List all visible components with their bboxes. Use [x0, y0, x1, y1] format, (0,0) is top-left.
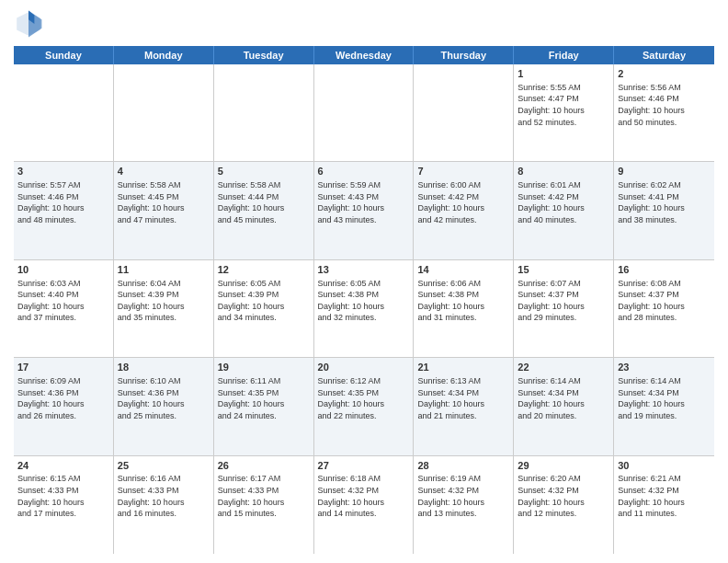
day-info: Sunrise: 6:13 AMSunset: 4:34 PMDaylight:… [417, 375, 509, 421]
day-number: 23 [618, 361, 711, 374]
day-13: 13Sunrise: 6:05 AMSunset: 4:38 PMDayligh… [314, 260, 415, 357]
day-number: 21 [417, 361, 509, 374]
day-6: 6Sunrise: 5:59 AMSunset: 4:43 PMDaylight… [314, 162, 415, 259]
header-day-monday: Monday [114, 46, 214, 64]
week-row-4: 17Sunrise: 6:09 AMSunset: 4:36 PMDayligh… [14, 358, 714, 455]
logo-icon [14, 9, 43, 39]
day-number: 25 [118, 459, 210, 473]
logo [14, 9, 47, 39]
day-number: 4 [118, 165, 210, 178]
day-24: 24Sunrise: 6:15 AMSunset: 4:33 PMDayligh… [14, 456, 114, 554]
day-number: 13 [318, 263, 410, 277]
day-info: Sunrise: 6:05 AMSunset: 4:38 PMDaylight:… [318, 278, 410, 324]
empty-cell [14, 64, 114, 161]
day-number: 17 [17, 361, 109, 374]
day-info: Sunrise: 6:19 AMSunset: 4:32 PMDaylight:… [417, 473, 509, 519]
day-number: 11 [118, 263, 210, 277]
day-number: 6 [318, 165, 410, 178]
header-day-friday: Friday [514, 46, 614, 64]
day-26: 26Sunrise: 6:17 AMSunset: 4:33 PMDayligh… [214, 456, 314, 554]
day-5: 5Sunrise: 5:58 AMSunset: 4:44 PMDaylight… [214, 162, 314, 259]
day-19: 19Sunrise: 6:11 AMSunset: 4:35 PMDayligh… [214, 358, 314, 454]
day-info: Sunrise: 6:06 AMSunset: 4:38 PMDaylight:… [417, 278, 509, 324]
day-number: 8 [518, 165, 609, 178]
day-number: 15 [518, 263, 609, 277]
day-info: Sunrise: 6:14 AMSunset: 4:34 PMDaylight:… [618, 375, 711, 421]
day-12: 12Sunrise: 6:05 AMSunset: 4:39 PMDayligh… [214, 260, 314, 357]
day-info: Sunrise: 5:55 AMSunset: 4:47 PMDaylight:… [518, 82, 609, 128]
day-25: 25Sunrise: 6:16 AMSunset: 4:33 PMDayligh… [114, 456, 214, 554]
empty-cell [314, 64, 415, 161]
day-number: 28 [417, 459, 509, 473]
header [14, 9, 714, 39]
day-2: 2Sunrise: 5:56 AMSunset: 4:46 PMDaylight… [614, 64, 714, 161]
week-row-2: 3Sunrise: 5:57 AMSunset: 4:46 PMDaylight… [14, 162, 714, 259]
day-info: Sunrise: 5:58 AMSunset: 4:45 PMDaylight:… [118, 179, 210, 225]
day-info: Sunrise: 6:08 AMSunset: 4:37 PMDaylight:… [618, 278, 711, 324]
empty-cell [414, 64, 514, 161]
header-day-sunday: Sunday [14, 46, 114, 64]
day-number: 16 [618, 263, 711, 277]
day-7: 7Sunrise: 6:00 AMSunset: 4:42 PMDaylight… [414, 162, 514, 259]
calendar-header: SundayMondayTuesdayWednesdayThursdayFrid… [14, 46, 714, 64]
day-info: Sunrise: 6:02 AMSunset: 4:41 PMDaylight:… [618, 179, 711, 225]
day-4: 4Sunrise: 5:58 AMSunset: 4:45 PMDaylight… [114, 162, 214, 259]
day-number: 1 [518, 67, 609, 81]
day-number: 24 [17, 459, 109, 473]
day-info: Sunrise: 5:56 AMSunset: 4:46 PMDaylight:… [618, 82, 711, 128]
day-27: 27Sunrise: 6:18 AMSunset: 4:32 PMDayligh… [314, 456, 415, 554]
day-info: Sunrise: 6:00 AMSunset: 4:42 PMDaylight:… [417, 179, 509, 225]
day-info: Sunrise: 6:20 AMSunset: 4:32 PMDaylight:… [518, 473, 609, 519]
day-number: 12 [218, 263, 310, 277]
header-day-saturday: Saturday [614, 46, 714, 64]
page: SundayMondayTuesdayWednesdayThursdayFrid… [0, 0, 728, 563]
day-info: Sunrise: 6:03 AMSunset: 4:40 PMDaylight:… [17, 278, 109, 324]
week-row-3: 10Sunrise: 6:03 AMSunset: 4:40 PMDayligh… [14, 260, 714, 358]
day-14: 14Sunrise: 6:06 AMSunset: 4:38 PMDayligh… [414, 260, 514, 357]
week-row-5: 24Sunrise: 6:15 AMSunset: 4:33 PMDayligh… [14, 456, 714, 554]
day-1: 1Sunrise: 5:55 AMSunset: 4:47 PMDaylight… [514, 64, 614, 161]
day-29: 29Sunrise: 6:20 AMSunset: 4:32 PMDayligh… [514, 456, 614, 554]
day-21: 21Sunrise: 6:13 AMSunset: 4:34 PMDayligh… [414, 358, 514, 454]
day-30: 30Sunrise: 6:21 AMSunset: 4:32 PMDayligh… [614, 456, 714, 554]
day-number: 9 [618, 165, 711, 178]
day-info: Sunrise: 6:04 AMSunset: 4:39 PMDaylight:… [118, 278, 210, 324]
day-info: Sunrise: 6:09 AMSunset: 4:36 PMDaylight:… [17, 375, 109, 421]
day-info: Sunrise: 6:12 AMSunset: 4:35 PMDaylight:… [318, 375, 410, 421]
day-number: 2 [618, 67, 711, 81]
day-10: 10Sunrise: 6:03 AMSunset: 4:40 PMDayligh… [14, 260, 114, 357]
day-9: 9Sunrise: 6:02 AMSunset: 4:41 PMDaylight… [614, 162, 714, 259]
day-info: Sunrise: 6:14 AMSunset: 4:34 PMDaylight:… [518, 375, 609, 421]
day-info: Sunrise: 6:10 AMSunset: 4:36 PMDaylight:… [118, 375, 210, 421]
day-info: Sunrise: 6:16 AMSunset: 4:33 PMDaylight:… [118, 473, 210, 519]
day-3: 3Sunrise: 5:57 AMSunset: 4:46 PMDaylight… [14, 162, 114, 259]
day-11: 11Sunrise: 6:04 AMSunset: 4:39 PMDayligh… [114, 260, 214, 357]
day-22: 22Sunrise: 6:14 AMSunset: 4:34 PMDayligh… [514, 358, 614, 454]
day-23: 23Sunrise: 6:14 AMSunset: 4:34 PMDayligh… [614, 358, 714, 454]
day-info: Sunrise: 6:15 AMSunset: 4:33 PMDaylight:… [17, 473, 109, 519]
day-info: Sunrise: 5:57 AMSunset: 4:46 PMDaylight:… [17, 179, 109, 225]
day-info: Sunrise: 6:17 AMSunset: 4:33 PMDaylight:… [218, 473, 310, 519]
day-number: 22 [518, 361, 609, 374]
day-18: 18Sunrise: 6:10 AMSunset: 4:36 PMDayligh… [114, 358, 214, 454]
day-info: Sunrise: 6:01 AMSunset: 4:42 PMDaylight:… [518, 179, 609, 225]
day-info: Sunrise: 6:21 AMSunset: 4:32 PMDaylight:… [618, 473, 711, 519]
day-info: Sunrise: 6:18 AMSunset: 4:32 PMDaylight:… [318, 473, 410, 519]
header-day-tuesday: Tuesday [214, 46, 314, 64]
day-info: Sunrise: 6:07 AMSunset: 4:37 PMDaylight:… [518, 278, 609, 324]
day-number: 29 [518, 459, 609, 473]
empty-cell [114, 64, 214, 161]
day-number: 20 [318, 361, 410, 374]
calendar-body: 1Sunrise: 5:55 AMSunset: 4:47 PMDaylight… [14, 64, 714, 554]
day-info: Sunrise: 6:05 AMSunset: 4:39 PMDaylight:… [218, 278, 310, 324]
day-15: 15Sunrise: 6:07 AMSunset: 4:37 PMDayligh… [514, 260, 614, 357]
day-number: 19 [218, 361, 310, 374]
day-8: 8Sunrise: 6:01 AMSunset: 4:42 PMDaylight… [514, 162, 614, 259]
day-number: 18 [118, 361, 210, 374]
day-number: 26 [218, 459, 310, 473]
header-day-wednesday: Wednesday [314, 46, 415, 64]
day-info: Sunrise: 6:11 AMSunset: 4:35 PMDaylight:… [218, 375, 310, 421]
calendar: SundayMondayTuesdayWednesdayThursdayFrid… [14, 46, 714, 554]
empty-cell [214, 64, 314, 161]
day-number: 7 [417, 165, 509, 178]
